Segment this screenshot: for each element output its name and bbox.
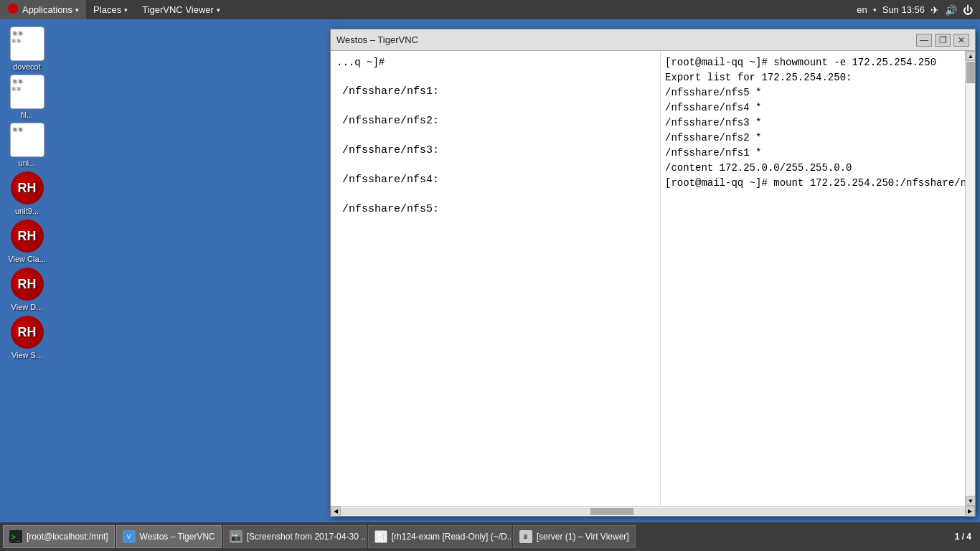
places-label: Places (93, 4, 121, 15)
datetime-display: Sun 13:56 (882, 4, 925, 15)
unit9-icon: RH (10, 171, 44, 205)
scroll-track (966, 84, 975, 496)
view-d-icon: RH (10, 267, 44, 301)
vnc-window: Westos – TigerVNC — ❐ ✕ ...q ~]# /nfssha… (330, 29, 976, 517)
dovecot-label: dovecot (13, 62, 41, 71)
desktop-icon-view-d[interactable]: RH View D... (2, 267, 52, 311)
desktop-icon-unit9[interactable]: RH unit9... (2, 171, 52, 215)
lang-arrow: ▾ (873, 6, 877, 14)
network-icon[interactable]: ✈ (930, 4, 939, 16)
vnc-maximize-button[interactable]: ❐ (935, 34, 951, 47)
taskbar-item-doc[interactable]: 📄 [rh124-exam [Read-Only] (~/D... (368, 525, 512, 548)
terminal-line-2: /nfsshare/nfs5 * (665, 85, 961, 100)
applications-arrow: ▾ (75, 6, 79, 14)
scroll-down-arrow[interactable]: ▼ (966, 496, 975, 506)
taskbar-top-right: en ▾ Sun 13:56 ✈ 🔊 ⏻ (857, 4, 980, 16)
terminal-line-5: /nfsshare/nfs2 * (665, 131, 961, 146)
hscroll-track (341, 508, 965, 515)
terminal-line-3: /nfsshare/nfs4 * (665, 100, 961, 116)
vnc-taskbar-icon: V (123, 530, 136, 543)
nfs-label-2: /nfsshare/nfs3: (336, 133, 654, 162)
taskbar-item-screenshot[interactable]: 📷 [Screenshot from 2017-04-30 ... (223, 525, 367, 548)
vnc-title: Westos – TigerVNC (336, 34, 418, 45)
nfs-label-0: /nfsshare/nfs1: (336, 74, 654, 103)
vnc-hscrollbar[interactable]: ◀ ▶ (331, 506, 975, 516)
view-s-redhat: RH (11, 316, 44, 349)
terminal-line-6: /nfsshare/nfs1 * (665, 146, 961, 161)
vnc-titlebar-buttons: — ❐ ✕ (916, 34, 969, 47)
nfs-left-panel: ...q ~]# /nfsshare/nfs1: /nfsshare/nfs2:… (331, 51, 661, 506)
vnc-minimize-button[interactable]: — (916, 34, 932, 47)
desktop-icon-view-cla[interactable]: RH View Cla... (2, 219, 52, 263)
taskbar-item-server-label: [server (1) – Virt Viewer] (537, 532, 629, 542)
desktop-icons: ≡ ≡ ≡ ≡ dovecot ≡ ≡ ≡ ≡ fil... ≡ ≡ uni..… (0, 19, 54, 522)
taskbar-item-vnc-label: Westos – TigerVNC (140, 532, 215, 542)
desktop-icon-file[interactable]: ≡ ≡ ≡ ≡ fil... (2, 75, 52, 119)
hscroll-left-arrow[interactable]: ◀ (331, 507, 341, 517)
server-taskbar-icon: 🖥 (519, 530, 532, 543)
places-menu[interactable]: Places ▾ (86, 0, 135, 19)
svg-point-0 (8, 4, 18, 14)
terminal-line-7: /content 172.25.0.0/255.255.0.0 (665, 161, 961, 176)
vnc-content: ...q ~]# /nfsshare/nfs1: /nfsshare/nfs2:… (331, 51, 975, 506)
desktop-icon-view-s[interactable]: RH View S... (2, 315, 52, 359)
unit9-label: unit9... (15, 207, 39, 215)
terminal-line-0: [root@mail-qq ~]# showmount -e 172.25.25… (665, 55, 961, 70)
terminal-line-1: Export list for 172.25.254.250: (665, 70, 961, 85)
view-cla-redhat: RH (11, 220, 44, 253)
volume-icon[interactable]: 🔊 (945, 4, 957, 16)
terminal-taskbar-icon: >_ (9, 530, 22, 543)
taskbar-top-left: Applications ▾ Places ▾ TigerVNC Viewer … (0, 0, 227, 19)
nfs-label-1: /nfsshare/nfs2: (336, 103, 654, 133)
applications-menu[interactable]: Applications ▾ (0, 0, 86, 19)
vnc-titlebar: Westos – TigerVNC — ❐ ✕ (331, 29, 975, 51)
vnc-close-button[interactable]: ✕ (953, 34, 969, 47)
view-cla-label: View Cla... (8, 255, 45, 263)
terminal-right-panel[interactable]: [root@mail-qq ~]# showmount -e 172.25.25… (661, 51, 965, 506)
applications-label: Applications (22, 4, 72, 15)
taskbar-item-terminal-label: [root@localhost:/mnt] (27, 532, 108, 542)
unit9-redhat: RH (11, 171, 44, 204)
hscroll-right-arrow[interactable]: ▶ (965, 507, 975, 517)
dovecot-icon: ≡ ≡ ≡ ≡ (10, 27, 44, 61)
unit-label: uni... (19, 159, 36, 167)
nfs-label-top-truncated: ...q ~]# (336, 57, 654, 74)
scroll-up-arrow[interactable]: ▲ (966, 51, 975, 61)
taskbar-right: 1 / 4 (955, 532, 977, 542)
view-d-redhat: RH (11, 268, 44, 301)
power-icon[interactable]: ⏻ (963, 4, 973, 16)
view-s-icon: RH (10, 315, 44, 349)
taskbar-item-server[interactable]: 🖥 [server (1) – Virt Viewer] (513, 525, 636, 548)
terminal-line-4: /nfsshare/nfs3 * (665, 116, 961, 131)
language-indicator[interactable]: en (857, 4, 867, 15)
file-icon: ≡ ≡ ≡ ≡ (10, 75, 44, 109)
camera-taskbar-icon: 📷 (230, 530, 242, 543)
file-label: fil... (21, 110, 33, 119)
page-indicator: 1 / 4 (955, 532, 971, 542)
nfs-label-3: /nfsshare/nfs4: (336, 162, 654, 192)
tigervnc-label: TigerVNC Viewer (142, 4, 214, 15)
taskbar-item-doc-label: [rh124-exam [Read-Only] (~/D... (392, 532, 512, 542)
terminal-line-8: [root@mail-qq ~]# mount 172.25.254.250:/… (665, 176, 961, 191)
taskbar-item-screenshot-label: [Screenshot from 2017-04-30 ... (247, 532, 367, 542)
vnc-vscrollbar[interactable]: ▲ ▼ (965, 51, 975, 506)
tigervnc-menu[interactable]: TigerVNC Viewer ▾ (135, 0, 227, 19)
desktop-icon-unit[interactable]: ≡ ≡ uni... (2, 123, 52, 167)
places-arrow: ▾ (124, 6, 128, 14)
doc-taskbar-icon: 📄 (374, 530, 387, 543)
desktop-icon-dovecot[interactable]: ≡ ≡ ≡ ≡ dovecot (2, 27, 52, 71)
tigervnc-arrow: ▾ (217, 6, 220, 14)
taskbar-item-vnc[interactable]: V Westos – TigerVNC (116, 525, 222, 548)
view-d-label: View D... (11, 303, 43, 311)
nfs-label-4: /nfsshare/nfs5: (336, 192, 654, 221)
scroll-thumb[interactable] (966, 62, 975, 83)
hscroll-thumb[interactable] (590, 508, 633, 515)
taskbar-bottom: >_ [root@localhost:/mnt] V Westos – Tige… (0, 522, 980, 551)
taskbar-item-terminal[interactable]: >_ [root@localhost:/mnt] (3, 525, 115, 548)
taskbar-top: Applications ▾ Places ▾ TigerVNC Viewer … (0, 0, 980, 19)
view-s-label: View S... (11, 351, 42, 359)
view-cla-icon: RH (10, 219, 44, 253)
unit-icon: ≡ ≡ (10, 123, 44, 157)
